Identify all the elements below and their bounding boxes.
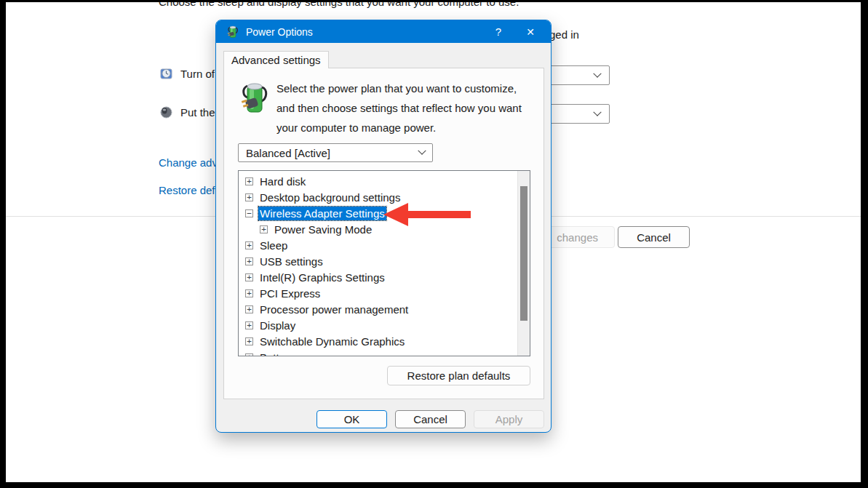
tree-item[interactable]: +Display [239, 317, 517, 333]
dialog-title: Power Options [246, 26, 313, 38]
expand-icon[interactable]: + [245, 177, 253, 185]
red-pointer-arrow [377, 201, 475, 230]
tree-item-label: Sleep [258, 239, 289, 252]
expand-icon[interactable]: + [260, 225, 268, 233]
screen-timeout-icon [160, 68, 172, 80]
background-cancel-button[interactable]: Cancel [618, 226, 690, 248]
tree-item-label: Wireless Adapter Settings [258, 207, 386, 220]
tree-item-label: Processor power management [258, 303, 410, 316]
tree-item-label: Power Saving Mode [273, 223, 373, 236]
chevron-down-icon [593, 108, 601, 116]
expand-icon[interactable]: + [245, 305, 253, 313]
tab-advanced-settings[interactable]: Advanced settings [223, 51, 329, 68]
screenshot-canvas: Choose the sleep and display settings th… [0, 0, 868, 488]
expand-icon[interactable]: + [245, 241, 253, 249]
expand-icon[interactable]: + [245, 321, 253, 329]
setting-row-label: Put the [180, 106, 215, 119]
advanced-settings-tab-page: Select the power plan that you want to c… [223, 68, 544, 399]
dialog-titlebar[interactable]: Power Options ? ✕ [216, 20, 551, 43]
expand-icon[interactable]: + [245, 273, 253, 281]
help-button[interactable]: ? [482, 20, 514, 43]
setting-row-label: Turn of [180, 68, 215, 80]
scrollbar-thumb[interactable] [520, 186, 527, 321]
dialog-description: Select the power plan that you want to c… [276, 79, 535, 137]
tree-item[interactable]: +USB settings [239, 253, 517, 269]
close-icon[interactable]: ✕ [514, 20, 546, 43]
tree-item[interactable]: +Intel(R) Graphics Settings [239, 269, 517, 285]
tree-item[interactable]: +Switchable Dynamic Graphics [239, 333, 517, 349]
expand-icon[interactable]: + [245, 289, 253, 297]
tree-scrollbar[interactable] [517, 171, 530, 356]
tree-item[interactable]: +Sleep [239, 237, 517, 253]
tree-item-label: Battery [258, 351, 296, 357]
expand-icon[interactable]: + [245, 353, 253, 357]
plugged-in-column-label: ged in [549, 28, 579, 41]
tree-item[interactable]: +Hard disk [239, 173, 517, 189]
collapse-icon[interactable]: − [245, 209, 253, 217]
cancel-button[interactable]: Cancel [395, 410, 466, 428]
apply-button: Apply [474, 410, 544, 428]
tree-item-label: Display [258, 319, 297, 332]
restore-plan-defaults-button[interactable]: Restore plan defaults [387, 366, 530, 385]
tree-item[interactable]: +Battery [239, 349, 517, 356]
sleep-icon [160, 106, 172, 119]
expand-icon[interactable]: + [245, 257, 253, 265]
tree-item-label: Hard disk [258, 175, 307, 188]
setting-row-sleep: Put the [160, 106, 215, 119]
power-options-icon [226, 25, 240, 39]
advanced-settings-treebox: +Hard disk+Desktop background settings−W… [238, 170, 530, 356]
power-plan-battery-icon [240, 80, 269, 116]
power-plan-combobox[interactable]: Balanced [Active] [238, 143, 433, 162]
tree-item-label: Intel(R) Graphics Settings [258, 271, 386, 284]
change-advanced-power-settings-link[interactable]: Change adv [159, 156, 218, 169]
tree-item-label: USB settings [258, 255, 324, 268]
restore-defaults-link[interactable]: Restore def [159, 184, 215, 196]
tree-item-label: Switchable Dynamic Graphics [258, 335, 406, 348]
chevron-down-icon [418, 147, 426, 155]
setting-row-screen: Turn of [160, 68, 215, 80]
tree-item[interactable]: +PCI Express [239, 285, 517, 301]
expand-icon[interactable]: + [245, 193, 253, 201]
page-header-text: Choose the sleep and display settings th… [159, 2, 519, 8]
expand-icon[interactable]: + [245, 337, 253, 345]
tree-item-label: PCI Express [258, 287, 322, 300]
chevron-down-icon [593, 69, 601, 77]
ok-button[interactable]: OK [316, 410, 387, 428]
power-plan-combobox-value: Balanced [Active] [246, 147, 419, 159]
tree-item[interactable]: +Processor power management [239, 301, 517, 317]
